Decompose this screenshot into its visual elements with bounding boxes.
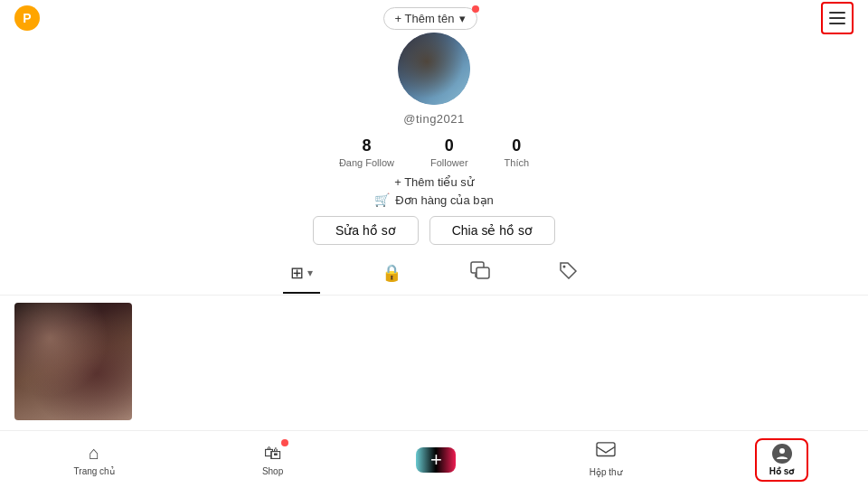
chevron-down-icon: ▾: [459, 12, 466, 25]
edit-profile-button[interactable]: Sửa hồ sơ: [313, 216, 419, 245]
notification-dot: [472, 5, 479, 13]
svg-rect-1: [476, 267, 489, 278]
plus-icon: +: [430, 448, 442, 472]
tab-row: ⊞ ▾ 🔒: [0, 258, 868, 296]
stat-following[interactable]: 8 Đang Follow: [339, 136, 394, 168]
share-profile-button[interactable]: Chia sẻ hồ sơ: [429, 216, 555, 245]
svg-point-2: [562, 266, 565, 268]
nav-home[interactable]: ⌂ Trang chủ: [60, 439, 129, 480]
stats-row: 8 Đang Follow 0 Follower 0 Thích: [339, 136, 529, 168]
add-name-button[interactable]: + Thêm tên ▾: [383, 7, 478, 30]
svg-rect-3: [597, 443, 615, 456]
stat-likes[interactable]: 0 Thích: [505, 136, 530, 168]
liked-icon: [470, 261, 490, 284]
nav-shop[interactable]: 🛍 Shop: [248, 439, 297, 480]
content-grid: [0, 296, 868, 427]
followers-label: Follower: [430, 157, 468, 168]
top-bar: P + Thêm tên ▾: [0, 0, 868, 36]
bottom-nav: ⌂ Trang chủ 🛍 Shop + Hộp thư Hồ sơ: [0, 430, 868, 488]
tag-icon: [559, 261, 579, 284]
nav-inbox-label: Hộp thư: [590, 467, 622, 477]
add-bio-button[interactable]: + Thêm tiểu sử: [394, 175, 474, 189]
avatar[interactable]: [398, 33, 470, 105]
nav-add[interactable]: +: [416, 447, 456, 473]
lock-icon: 🔒: [382, 263, 401, 283]
home-icon: ⌂: [89, 443, 99, 464]
tab-tag[interactable]: [552, 258, 586, 287]
followers-count: 0: [445, 136, 454, 155]
tab-lock[interactable]: 🔒: [374, 259, 409, 286]
shop-notification-dot: [281, 439, 288, 446]
add-button[interactable]: +: [416, 447, 456, 473]
nav-home-label: Trang chủ: [74, 466, 115, 476]
stat-followers[interactable]: 0 Follower: [430, 136, 468, 168]
tab-grid[interactable]: ⊞ ▾: [283, 259, 320, 286]
nav-shop-label: Shop: [262, 466, 283, 476]
order-label: Đơn hàng của bạn: [395, 193, 494, 207]
cart-icon: 🛒: [374, 192, 390, 207]
grid-icon: ⊞: [290, 263, 304, 283]
shop-icon: 🛍: [264, 443, 282, 464]
p-badge[interactable]: P: [14, 5, 40, 31]
likes-label: Thích: [505, 157, 530, 168]
likes-count: 0: [512, 136, 521, 155]
chevron-down-icon: ▾: [307, 267, 313, 279]
inbox-icon: [596, 442, 616, 465]
nav-profile[interactable]: Hồ sơ: [755, 438, 809, 482]
action-buttons: Sửa hồ sơ Chia sẻ hồ sơ: [313, 216, 555, 245]
bio-section: + Thêm tiểu sử 🛒 Đơn hàng của bạn: [374, 175, 494, 207]
tab-liked[interactable]: [463, 258, 497, 287]
profile-icon: [772, 444, 792, 464]
grid-thumbnail[interactable]: [14, 303, 132, 420]
following-count: 8: [362, 136, 371, 155]
username: @ting2021: [403, 112, 465, 126]
following-label: Đang Follow: [339, 157, 394, 168]
svg-point-4: [779, 448, 785, 454]
menu-button[interactable]: [821, 2, 854, 34]
order-row[interactable]: 🛒 Đơn hàng của bạn: [374, 192, 494, 207]
profile-section: @ting2021 8 Đang Follow 0 Follower 0 Thí…: [0, 0, 868, 245]
nav-inbox[interactable]: Hộp thư: [575, 438, 637, 481]
nav-profile-label: Hồ sơ: [769, 466, 795, 476]
